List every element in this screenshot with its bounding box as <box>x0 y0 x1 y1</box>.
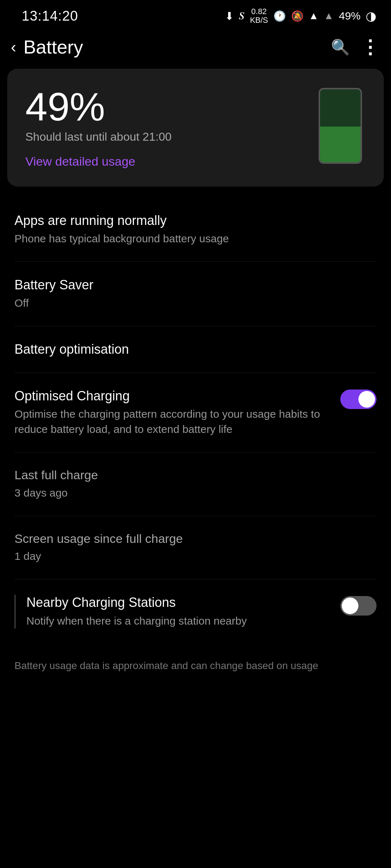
page-title: Battery <box>24 36 331 58</box>
battery-saver-subtitle: Off <box>14 295 366 311</box>
list-item-battery-saver-content: Battery Saver Off <box>14 277 377 311</box>
list-item-optimised-charging[interactable]: Optimised Charging Optimise the charging… <box>14 373 377 452</box>
list-item-last-full-charge[interactable]: Last full charge 3 days ago <box>14 452 377 516</box>
list-item-screen-usage[interactable]: Screen usage since full charge 1 day <box>14 516 377 580</box>
list-item-optimised-charging-content: Optimised Charging Optimise the charging… <box>14 388 340 437</box>
battery-card: 49% Should last until about 21:00 View d… <box>7 69 384 187</box>
download-icon: ⬇ <box>225 10 234 22</box>
list-item-battery-optimisation-row: Battery optimisation <box>14 341 377 357</box>
list-item-battery-saver-row: Battery Saver Off <box>14 277 377 311</box>
list-section: Apps are running normally Phone has typi… <box>0 197 391 644</box>
list-item-apps-status[interactable]: Apps are running normally Phone has typi… <box>14 197 377 262</box>
list-item-nearby-charging-row: Nearby Charging Stations Notify when the… <box>14 595 377 628</box>
battery-optimisation-title: Battery optimisation <box>14 341 366 357</box>
list-item-battery-optimisation-content: Battery optimisation <box>14 341 377 357</box>
battery-fill-top <box>320 89 361 127</box>
battery-icon-container <box>319 88 366 167</box>
screen-usage-title: Screen usage since full charge <box>14 531 366 546</box>
nearby-charging-title: Nearby Charging Stations <box>26 595 329 610</box>
network-speed: 0.82 KB/S <box>250 7 268 25</box>
alarm-icon: 🕐 <box>273 10 286 22</box>
list-item-last-full-charge-row: Last full charge 3 days ago <box>14 468 377 501</box>
list-item-nearby-charging[interactable]: Nearby Charging Stations Notify when the… <box>14 579 377 643</box>
list-item-apps-status-content: Apps are running normally Phone has typi… <box>14 213 377 246</box>
nearby-divider-line <box>14 595 16 628</box>
battery-icon <box>319 88 362 164</box>
battery-fill-bottom <box>320 127 361 162</box>
signal-icon: ▲ <box>324 10 334 22</box>
mute-icon: 🔕 <box>291 10 304 22</box>
battery-card-left: 49% Should last until about 21:00 View d… <box>25 87 172 169</box>
list-item-screen-usage-row: Screen usage since full charge 1 day <box>14 531 377 564</box>
optimised-charging-subtitle: Optimise the charging pattern according … <box>14 407 329 437</box>
list-item-battery-optimisation[interactable]: Battery optimisation <box>14 326 377 373</box>
toggle-knob-nearby <box>342 597 358 614</box>
optimised-charging-title: Optimised Charging <box>14 388 329 404</box>
wifi-icon: ▲ <box>309 10 319 22</box>
nearby-charging-toggle[interactable] <box>340 596 377 616</box>
battery-circle-icon: ◑ <box>366 9 377 23</box>
back-button[interactable]: ‹ <box>11 38 16 56</box>
shazam-icon: 𝑺 <box>239 10 245 22</box>
last-full-charge-subtitle: 3 days ago <box>14 485 366 501</box>
toggle-knob <box>358 391 375 408</box>
list-item-last-full-charge-content: Last full charge 3 days ago <box>14 468 377 501</box>
battery-percentage: 49% <box>25 87 172 127</box>
header-actions: 🔍 ⋮ <box>331 36 380 58</box>
view-detailed-usage-link[interactable]: View detailed usage <box>25 154 172 169</box>
screen-usage-subtitle: 1 day <box>14 549 366 564</box>
list-item-nearby-charging-content: Nearby Charging Stations Notify when the… <box>26 595 340 628</box>
status-icons: ⬇ 𝑺 0.82 KB/S 🕐 🔕 ▲ ▲ 49% ◑ <box>225 7 377 25</box>
header: ‹ Battery 🔍 ⋮ <box>0 29 391 65</box>
optimised-charging-toggle[interactable] <box>340 390 377 409</box>
nearby-charging-subtitle: Notify when there is a charging station … <box>26 613 329 629</box>
more-options-button[interactable]: ⋮ <box>361 36 380 58</box>
last-full-charge-title: Last full charge <box>14 468 366 482</box>
battery-estimate: Should last until about 21:00 <box>25 130 172 144</box>
list-item-optimised-charging-row: Optimised Charging Optimise the charging… <box>14 388 377 437</box>
battery-saver-title: Battery Saver <box>14 277 366 293</box>
list-item-screen-usage-content: Screen usage since full charge 1 day <box>14 531 377 564</box>
list-item-battery-saver[interactable]: Battery Saver Off <box>14 262 377 326</box>
footer-note: Battery usage data is approximate and ca… <box>0 644 391 695</box>
list-item-apps-status-row: Apps are running normally Phone has typi… <box>14 213 377 246</box>
apps-status-subtitle: Phone has typical background battery usa… <box>14 231 366 246</box>
apps-status-title: Apps are running normally <box>14 213 366 228</box>
battery-percent-status: 49% <box>339 10 361 22</box>
status-time: 13:14:20 <box>22 8 78 24</box>
status-bar: 13:14:20 ⬇ 𝑺 0.82 KB/S 🕐 🔕 ▲ ▲ 49% ◑ <box>0 0 391 29</box>
search-button[interactable]: 🔍 <box>331 38 350 56</box>
